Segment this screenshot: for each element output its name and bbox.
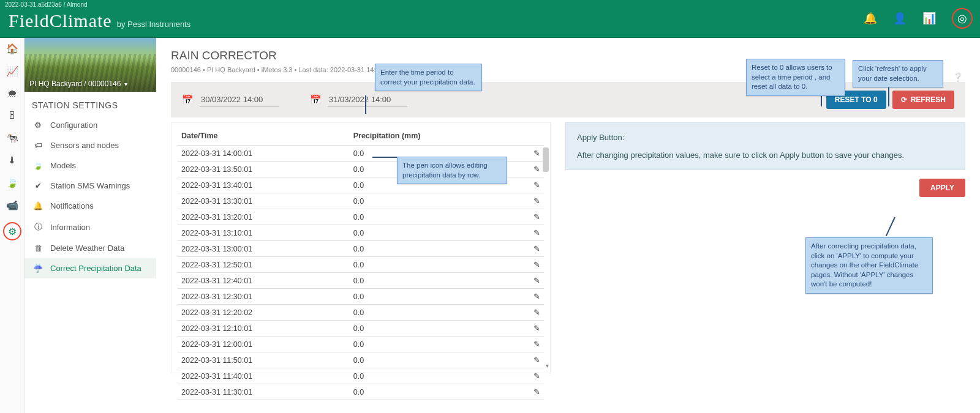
calendar-to-icon[interactable]: 📅 — [310, 94, 322, 105]
sidebar-item-4[interactable]: 🔔Notifications — [24, 196, 156, 216]
sidebar-item-icon: 🔔 — [33, 201, 43, 210]
cloud-icon[interactable]: 🌧 — [7, 88, 17, 99]
cell-datetime: 2022-03-31 13:40:01 — [178, 177, 350, 193]
table-row: 2022-03-31 13:30:01 0.0 ✎ — [178, 193, 544, 209]
edit-row-button[interactable]: ✎ — [513, 241, 544, 257]
edit-row-button[interactable]: ✎ — [513, 146, 544, 162]
edit-row-button[interactable]: ✎ — [513, 321, 544, 337]
scroll-down-icon[interactable]: ▾ — [546, 362, 549, 369]
table-row: 2022-03-31 12:40:01 0.0 ✎ — [178, 273, 544, 289]
build-info: 2022-03-31.a5d23a6 / Almond — [5, 1, 88, 8]
table-row: 2022-03-31 12:00:01 0.0 ✎ — [178, 337, 544, 352]
info-title: Apply Button: — [577, 133, 954, 142]
cell-datetime: 2022-03-31 12:40:01 — [178, 273, 350, 289]
edit-row-button[interactable]: ✎ — [513, 337, 544, 352]
edit-row-button[interactable]: ✎ — [513, 225, 544, 241]
table-row: 2022-03-31 12:50:01 0.0 ✎ — [178, 257, 544, 273]
station-selector[interactable]: PI HQ Backyard / 00000146▾ — [29, 80, 127, 88]
edit-row-button[interactable]: ✎ — [513, 177, 544, 193]
cell-datetime: 2022-03-31 13:00:01 — [178, 241, 350, 257]
edit-row-button[interactable]: ✎ — [513, 257, 544, 273]
page-subtitle: 00000146 • PI HQ Backyard • iMetos 3.3 •… — [171, 66, 965, 73]
cell-precip: 0.0 — [350, 368, 513, 384]
sidebar-item-2[interactable]: 🍃Models — [24, 155, 156, 176]
edit-row-button[interactable]: ✎ — [513, 289, 544, 305]
cell-datetime: 2022-03-31 13:10:01 — [178, 225, 350, 241]
cow-icon[interactable]: 🐄 — [6, 132, 18, 144]
camera-icon[interactable]: 📹 — [6, 199, 18, 211]
user-icon[interactable]: 👤 — [893, 12, 907, 25]
edit-row-button[interactable]: ✎ — [513, 305, 544, 321]
sidebar-item-7[interactable]: ☔Correct Precipitation Data — [24, 258, 156, 278]
sidebar-item-label: Correct Precipitation Data — [50, 264, 141, 273]
table-row: 2022-03-31 12:30:01 0.0 ✎ — [178, 289, 544, 305]
annotation-pen: The pen icon allows editing precipitatio… — [397, 157, 507, 184]
help-icon[interactable]: ❔ — [952, 72, 963, 82]
annotation-refresh: Click 'refresh' to apply your date selec… — [853, 60, 943, 87]
cell-precip: 0.0 — [350, 225, 513, 241]
brand-byline: by Pessl Instruments — [117, 20, 191, 29]
chart-icon[interactable]: 📈 — [6, 65, 18, 77]
edit-row-button[interactable]: ✎ — [513, 384, 544, 400]
table-row: 2022-03-31 13:00:01 0.0 ✎ — [178, 241, 544, 257]
sidebar-item-icon: ☔ — [33, 264, 43, 273]
bell-icon[interactable]: 🔔 — [864, 12, 877, 25]
cell-datetime: 2022-03-31 12:10:01 — [178, 321, 350, 337]
date-from-input[interactable] — [200, 92, 279, 107]
edit-row-button[interactable]: ✎ — [513, 193, 544, 209]
sidebar-item-0[interactable]: ⚙Configuration — [24, 115, 156, 135]
cell-datetime: 2022-03-31 11:50:01 — [178, 352, 350, 368]
scrollbar[interactable] — [543, 147, 549, 172]
sidebar-item-icon: 🏷 — [33, 141, 43, 150]
cell-datetime: 2022-03-31 11:40:01 — [178, 368, 350, 384]
apply-info-panel: Apply Button: After changing precipitati… — [565, 122, 965, 170]
sidebar-item-icon: ⓘ — [33, 221, 43, 233]
table-row: 2022-03-31 12:20:02 0.0 ✎ — [178, 305, 544, 321]
edit-row-button[interactable]: ✎ — [513, 209, 544, 225]
dashboard-icon[interactable]: 📊 — [922, 12, 936, 25]
cell-datetime: 2022-03-31 12:00:01 — [178, 337, 350, 352]
sliders-icon[interactable]: 🎚 — [7, 110, 17, 121]
edit-row-button[interactable]: ✎ — [513, 273, 544, 289]
date-to-input[interactable] — [328, 92, 407, 107]
sidebar-item-label: Delete Weather Data — [50, 244, 124, 253]
cell-datetime: 2022-03-31 12:50:01 — [178, 257, 350, 273]
table-header: Precipitation (mm) — [350, 127, 513, 146]
cell-datetime: 2022-03-31 14:00:01 — [178, 146, 350, 162]
logo[interactable]: FieldClimate by Pessl Instruments — [9, 10, 190, 31]
cell-precip: 0.0 — [350, 193, 513, 209]
annotation-dates: Enter the time period to correct your pr… — [375, 64, 482, 91]
cell-precip: 0.0 — [350, 273, 513, 289]
date-toolbar: ❔ 📅 📅 RESET TO 0 ⟳ REFRESH — [171, 82, 965, 117]
cell-precip: 0.0 — [350, 209, 513, 225]
sidebar-item-3[interactable]: ✔Station SMS Warnings — [24, 176, 156, 196]
calendar-from-icon[interactable]: 📅 — [182, 94, 194, 105]
sidebar-title: STATION SETTINGS — [24, 92, 156, 115]
page-title: RAIN CORRECTOR — [171, 49, 965, 62]
cell-datetime: 2022-03-31 13:20:01 — [178, 209, 350, 225]
sidebar-item-1[interactable]: 🏷Sensors and nodes — [24, 135, 156, 155]
sidebar-item-6[interactable]: 🗑Delete Weather Data — [24, 238, 156, 258]
cell-precip: 0.0 — [350, 337, 513, 352]
sidebar-item-5[interactable]: ⓘInformation — [24, 216, 156, 238]
cell-precip: 0.0 — [350, 305, 513, 321]
edit-row-button[interactable]: ✎ — [513, 352, 544, 368]
home-icon[interactable]: 🏠 — [6, 43, 18, 54]
apply-button[interactable]: APPLY — [919, 179, 965, 197]
edit-row-button[interactable]: ✎ — [513, 368, 544, 384]
radar-highlight: ◎ — [952, 8, 973, 29]
cell-precip: 0.0 — [350, 289, 513, 305]
thermo-icon[interactable]: 🌡 — [7, 155, 17, 166]
edit-row-button[interactable]: ✎ — [513, 162, 544, 177]
leaf-icon[interactable]: 🍃 — [6, 177, 18, 188]
cell-datetime: 2022-03-31 13:30:01 — [178, 193, 350, 209]
radar-icon[interactable]: ◎ — [957, 12, 967, 25]
table-row: 2022-03-31 11:40:01 0.0 ✎ — [178, 368, 544, 384]
refresh-icon: ⟳ — [901, 95, 907, 104]
station-image[interactable]: PI HQ Backyard / 00000146▾ — [24, 38, 156, 92]
refresh-button[interactable]: ⟳ REFRESH — [892, 91, 954, 109]
table-row: 2022-03-31 13:10:01 0.0 ✎ — [178, 225, 544, 241]
gear-icon[interactable]: ⚙ — [8, 226, 17, 237]
info-body: After changing precipitation values, mak… — [577, 151, 954, 160]
cell-precip: 0.0 — [350, 257, 513, 273]
